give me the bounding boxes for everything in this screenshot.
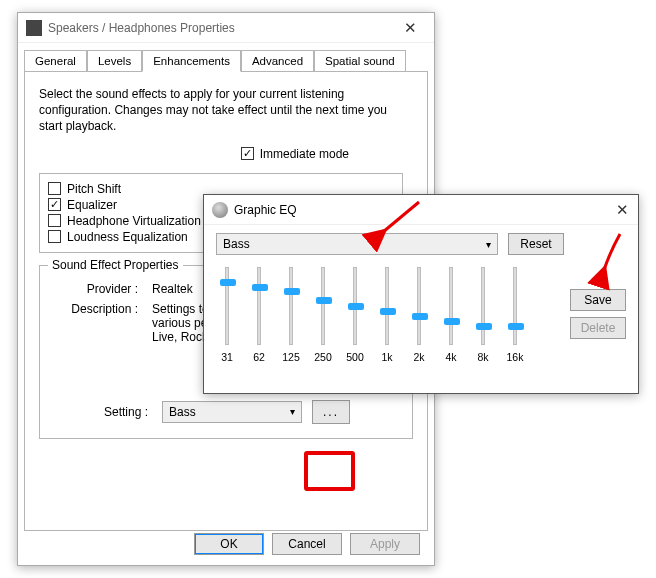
eq-slider-track[interactable] — [321, 267, 325, 345]
eq-slider-track[interactable] — [289, 267, 293, 345]
eq-slider-track[interactable] — [385, 267, 389, 345]
eq-slider-freq-label: 2k — [413, 351, 424, 363]
eq-slider-31[interactable]: 31 — [216, 267, 238, 363]
eq-slider-thumb[interactable] — [476, 323, 492, 330]
eq-slider-500[interactable]: 500 — [344, 267, 366, 363]
eq-slider-4k[interactable]: 4k — [440, 267, 462, 363]
effect-label: Equalizer — [67, 198, 117, 212]
eq-slider-2k[interactable]: 2k — [408, 267, 430, 363]
provider-label: Provider : — [52, 282, 138, 296]
titlebar: Speakers / Headphones Properties ✕ — [18, 13, 434, 43]
eq-slider-thumb[interactable] — [348, 303, 364, 310]
effect-checkbox-equalizer[interactable] — [48, 198, 61, 211]
eq-slider-1k[interactable]: 1k — [376, 267, 398, 363]
tab-levels[interactable]: Levels — [87, 50, 142, 72]
eq-slider-62[interactable]: 62 — [248, 267, 270, 363]
tab-advanced[interactable]: Advanced — [241, 50, 314, 72]
eq-slider-freq-label: 1k — [381, 351, 392, 363]
effect-label: Loudness Equalization — [67, 230, 188, 244]
annotation-highlight-more-button — [304, 451, 355, 491]
eq-slider-freq-label: 62 — [253, 351, 265, 363]
eq-slider-track[interactable] — [513, 267, 517, 345]
eq-slider-row: 31621252505001k2k4k8k16k — [216, 267, 548, 363]
eq-preset-select[interactable]: Bass ▾ — [216, 233, 498, 255]
group-title: Sound Effect Properties — [48, 258, 183, 272]
delete-button[interactable]: Delete — [570, 317, 626, 339]
eq-slider-thumb[interactable] — [412, 313, 428, 320]
chevron-down-icon: ▾ — [290, 406, 295, 417]
eq-slider-freq-label: 125 — [282, 351, 300, 363]
immediate-mode-label: Immediate mode — [260, 147, 349, 161]
eq-slider-track[interactable] — [225, 267, 229, 345]
eq-slider-thumb[interactable] — [444, 318, 460, 325]
effect-label: Headphone Virtualization — [67, 214, 201, 228]
eq-slider-track[interactable] — [449, 267, 453, 345]
chevron-down-icon: ▾ — [486, 239, 491, 250]
eq-app-icon — [212, 202, 228, 218]
eq-slider-thumb[interactable] — [508, 323, 524, 330]
eq-slider-125[interactable]: 125 — [280, 267, 302, 363]
save-button[interactable]: Save — [570, 289, 626, 311]
effect-checkbox-loudness-equalization[interactable] — [48, 230, 61, 243]
close-icon[interactable]: ✕ — [610, 201, 634, 219]
tab-general[interactable]: General — [24, 50, 87, 72]
eq-slider-thumb[interactable] — [284, 288, 300, 295]
eq-slider-freq-label: 16k — [507, 351, 524, 363]
effect-label: Pitch Shift — [67, 182, 121, 196]
tab-strip: General Levels Enhancements Advanced Spa… — [24, 50, 428, 72]
speaker-icon — [26, 20, 42, 36]
dialog-buttons: OK Cancel Apply — [194, 533, 420, 555]
annotation-arrow-save — [590, 232, 632, 276]
more-button-label: ... — [323, 405, 339, 419]
reset-button[interactable]: Reset — [508, 233, 564, 255]
description-label: Description : — [52, 302, 138, 344]
eq-slider-track[interactable] — [353, 267, 357, 345]
intro-text: Select the sound effects to apply for yo… — [39, 86, 413, 135]
eq-preset-value: Bass — [223, 237, 250, 251]
window-title: Speakers / Headphones Properties — [48, 21, 390, 35]
eq-slider-freq-label: 500 — [346, 351, 364, 363]
tab-enhancements[interactable]: Enhancements — [142, 50, 241, 72]
tab-spatial-sound[interactable]: Spatial sound — [314, 50, 406, 72]
cancel-button[interactable]: Cancel — [272, 533, 342, 555]
eq-slider-thumb[interactable] — [316, 297, 332, 304]
eq-slider-thumb[interactable] — [380, 308, 396, 315]
effect-checkbox-headphone-virtualization[interactable] — [48, 214, 61, 227]
apply-button: Apply — [350, 533, 420, 555]
eq-slider-track[interactable] — [257, 267, 261, 345]
setting-label: Setting : — [88, 405, 148, 419]
eq-slider-track[interactable] — [417, 267, 421, 345]
eq-slider-8k[interactable]: 8k — [472, 267, 494, 363]
eq-slider-track[interactable] — [481, 267, 485, 345]
immediate-mode-checkbox[interactable] — [241, 147, 254, 160]
effect-checkbox-pitch-shift[interactable] — [48, 182, 61, 195]
eq-slider-thumb[interactable] — [220, 279, 236, 286]
eq-slider-freq-label: 31 — [221, 351, 233, 363]
eq-slider-freq-label: 4k — [445, 351, 456, 363]
ok-button[interactable]: OK — [194, 533, 264, 555]
setting-select[interactable]: Bass ▾ — [162, 401, 302, 423]
eq-slider-thumb[interactable] — [252, 284, 268, 291]
eq-slider-freq-label: 8k — [477, 351, 488, 363]
annotation-arrow-eq-title — [375, 198, 423, 242]
provider-value: Realtek — [152, 282, 193, 296]
setting-value: Bass — [169, 405, 196, 419]
setting-more-button[interactable]: ... — [312, 400, 350, 424]
close-icon[interactable]: ✕ — [390, 19, 430, 37]
eq-slider-16k[interactable]: 16k — [504, 267, 526, 363]
eq-slider-250[interactable]: 250 — [312, 267, 334, 363]
eq-slider-freq-label: 250 — [314, 351, 332, 363]
